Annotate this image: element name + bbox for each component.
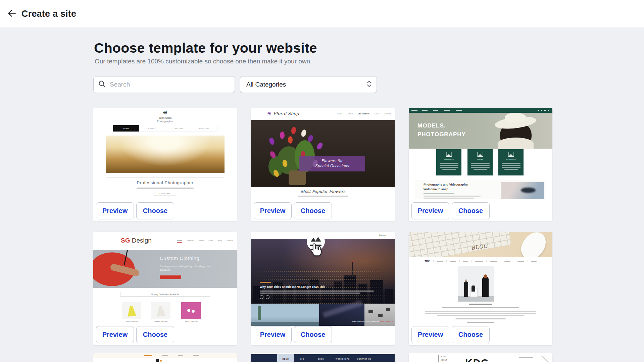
text-line-placeholder [455,318,506,319]
preview-button[interactable]: Preview [254,202,292,219]
nav-item-placeholder [475,261,483,262]
nav-item-placeholder [463,261,468,262]
text-line-placeholder [440,165,458,166]
mini-site-nav: Home About Our Flowers Store Contact [337,113,391,115]
feature-tile: Images [467,149,493,175]
mouse-cursor-pointer [309,243,322,258]
create-site-screen: Create a site Choose template for your w… [0,0,644,362]
floor-shape [458,296,494,302]
vase-shape [289,170,306,185]
section-line: Welcome to snap [424,188,448,191]
mini-nav-item: ABOUT [139,125,165,132]
category-select-value: All Categories [246,81,286,88]
hero-banner: Flowers for Special Occasions [299,156,365,171]
preview-button[interactable]: Preview [96,202,134,219]
nav-item-placeholder [411,110,417,111]
tulip-shape [268,137,276,145]
mini-nav-item: BIO [300,358,304,360]
nav-divider [501,260,501,262]
hat-crown-shape [505,113,526,122]
mini-nav-item: Store [208,240,213,243]
divider [438,355,439,362]
nav-item-placeholder [422,110,428,111]
choose-button[interactable]: Choose [136,202,174,219]
preview-button[interactable]: Preview [96,326,134,343]
mini-hero-title: Why Your Titles Should Be No Longer Than… [260,285,325,289]
mini-nav-item: WORKSHOPS [336,358,350,360]
template-card-travel-blog: Menu [251,232,395,345]
carousel-arrow-icon [260,295,263,299]
card-actions: Preview Choose [96,202,174,219]
stylist-figure-shape [464,281,468,297]
menu-label: Menu [379,234,386,237]
night-city-hero-image: Why Your Titles Should Be No Longer Than… [251,239,395,304]
text-line-placeholder [424,198,474,199]
choose-button[interactable]: Choose [452,326,490,343]
salon-photo [458,266,494,302]
nav-divider [459,260,460,262]
nav-item-placeholder [444,110,450,111]
hero-line: MODELS. [417,121,466,130]
text-line-placeholder [424,193,454,194]
text-line-placeholder [440,163,458,164]
choose-button[interactable]: Choose [452,202,490,219]
camera-icon [508,152,514,157]
template-thumbnail: MODELS. PHOTOGRAPHY Videography Images [409,108,552,199]
feature-tile: Videography [436,149,461,175]
chairlift-shape [386,308,390,311]
caption-text: Welcome to Our Blog Feature [352,320,379,322]
choose-button[interactable]: Choose [294,326,332,343]
nav-divider [433,260,434,262]
choose-button[interactable]: Choose [294,202,332,219]
back-button[interactable] [5,7,19,21]
template-thumbnail: BLOG TMK [409,232,552,326]
template-card-professional-photographer: John Clark Photographer HOME ABOUT GALLE… [93,108,237,221]
mini-nav-item: PRICING [191,125,217,132]
nav-item-placeholder [433,110,438,111]
nav-divider [471,260,472,262]
photo-caption: Welcome to Our Blog FeaturePrint's Now B… [352,320,393,322]
image-icon [477,152,483,157]
search-input[interactable] [110,81,230,88]
text-line-placeholder [260,293,360,294]
product-caption: Swim Collection [181,320,201,322]
preview-button[interactable]: Preview [411,326,449,343]
product-caption: Dress Collection [151,320,170,322]
divider [106,177,225,178]
preview-button[interactable]: Preview [254,326,292,343]
hair-shape [484,274,487,278]
mini-nav-item: TMK [425,260,430,262]
text-line-placeholder [437,315,524,316]
choose-button[interactable]: Choose [136,326,174,343]
carousel-arrow-icon [266,295,269,299]
mini-nav-item: Store [375,113,379,115]
text-line-placeholder [467,322,494,323]
mini-site-logo: Floral Shop [273,111,299,116]
preview-button[interactable]: Preview [411,202,449,219]
category-select[interactable]: All Categories [240,76,377,93]
statue-shape [258,306,261,320]
tile-title: Photography [498,158,524,160]
bikini-shape [192,310,195,313]
template-card-partial: HOME BIO BOOK WORKSHOPS CONTACT ME [251,353,395,362]
makeup-closeup-image [501,182,544,199]
mini-nav-item: HOME [441,356,446,358]
mini-site-logo-tagline: Photographer [93,120,237,123]
nav-item-placeholder [178,355,183,356]
text-line-placeholder [298,196,348,197]
template-card-partial: HOME ABOUT KDC [409,353,552,362]
mini-site-nav: TMK [409,260,552,262]
text-line-placeholder [137,188,194,189]
template-thumbnail: Menu [251,232,395,326]
text-line-placeholder [442,169,456,170]
nav-item-placeholder [531,261,537,262]
mini-site-logo: KDC [465,357,489,362]
template-card-keyboard-blog: BLOG TMK [409,232,552,345]
mini-hero-title: MODELS. PHOTOGRAPHY [417,121,466,139]
product-image [181,302,201,319]
nav-icon-placeholder [541,110,542,111]
text-line-placeholder [424,196,481,197]
mini-hero-title: Custom Clothing [160,255,199,261]
head-shape [465,279,467,281]
template-thumbnail: SG Design Home Services About Store Blog… [93,232,237,326]
